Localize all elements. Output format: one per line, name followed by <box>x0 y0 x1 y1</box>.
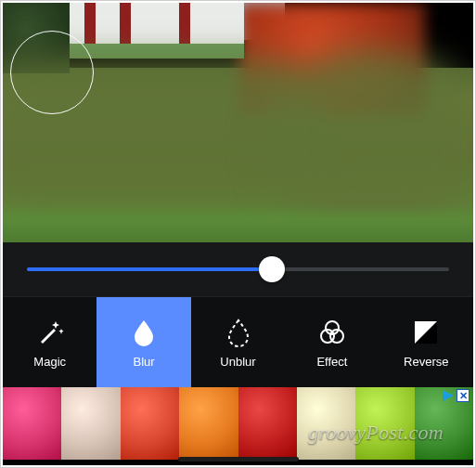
home-indicator[interactable] <box>178 457 299 462</box>
grass-region <box>3 205 473 242</box>
tool-magic[interactable]: Magic <box>3 297 96 387</box>
magic-icon <box>33 316 67 349</box>
tool-unblur[interactable]: Unblur <box>191 297 285 387</box>
ad-swatch <box>121 387 179 460</box>
effect-icon <box>315 316 349 349</box>
house-region <box>68 3 244 58</box>
tool-blur[interactable]: Blur <box>96 297 190 387</box>
ad-close-button[interactable]: ✕ <box>457 389 470 402</box>
tool-effect[interactable]: Effect <box>285 297 379 387</box>
photo-preview[interactable] <box>3 3 473 242</box>
ad-swatch <box>3 387 61 460</box>
ad-banner[interactable]: ✕ <box>3 387 473 460</box>
brush-size-bar <box>3 242 473 296</box>
ad-controls: ✕ <box>442 389 470 402</box>
svg-marker-5 <box>443 390 454 401</box>
reverse-icon <box>409 316 443 349</box>
slider-fill <box>27 267 272 271</box>
ad-swatch <box>297 387 355 460</box>
slider-thumb[interactable] <box>259 256 285 282</box>
unblur-icon <box>222 316 255 349</box>
tool-reverse[interactable]: Reverse <box>380 297 473 387</box>
ad-swatch <box>355 387 414 460</box>
tool-label: Blur <box>134 355 155 369</box>
tool-label: Magic <box>33 355 66 369</box>
tool-label: Effect <box>316 355 347 369</box>
tool-label: Reverse <box>404 355 448 369</box>
tool-toolbar: MagicBlurUnblurEffectReverse <box>3 296 473 387</box>
ad-swatch <box>238 387 297 460</box>
brush-cursor[interactable] <box>10 31 94 114</box>
ad-swatch <box>61 387 120 460</box>
ad-swatch <box>179 387 238 460</box>
adchoices-icon[interactable] <box>442 389 455 402</box>
blur-icon <box>127 316 161 349</box>
brush-size-slider[interactable] <box>27 267 449 271</box>
tool-label: Unblur <box>220 355 255 369</box>
